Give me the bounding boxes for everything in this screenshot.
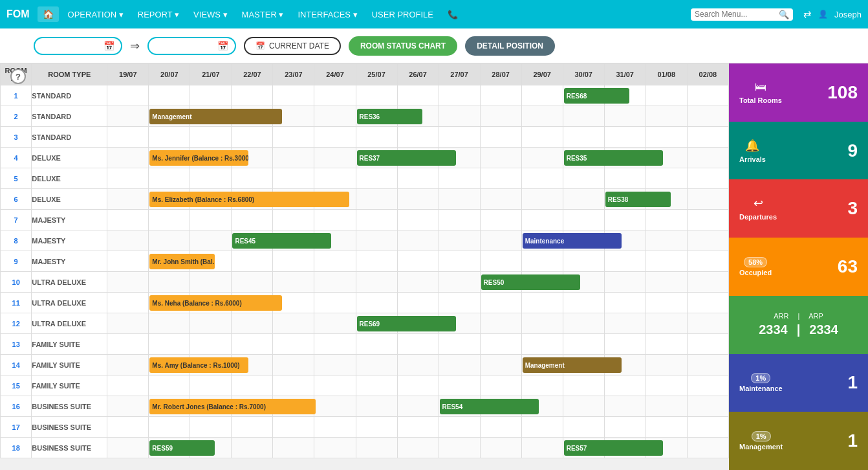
nav-phone-icon[interactable]: 📞: [442, 7, 463, 22]
day-cell: [107, 85, 149, 106]
room-no-cell[interactable]: 18: [1, 438, 32, 458]
day-cell: [563, 396, 604, 417]
date-from-input[interactable]: 2018-07-19: [41, 41, 100, 50]
day-cell: [356, 272, 397, 293]
nav-right: ⇄ 👤 Joseph: [803, 8, 862, 20]
reservation-bar[interactable]: Ms. Amy (Balance : Rs.1000): [149, 357, 248, 373]
nav-report[interactable]: REPORT ▾: [133, 7, 184, 22]
reservation-bar[interactable]: Ms. Jennifer (Balance : Rs.3000): [149, 150, 248, 166]
reservation-bar[interactable]: RES50: [481, 274, 580, 290]
room-no-cell[interactable]: 3: [1, 127, 32, 148]
day-cell: [190, 334, 232, 355]
reservation-bar[interactable]: Ms. Elizabeth (Balance : Rs.6800): [149, 192, 349, 207]
day-cell: [273, 438, 314, 458]
reservation-bar[interactable]: Mr. John Smith (Bal...: [149, 254, 215, 269]
room-no-cell[interactable]: 9: [1, 251, 32, 272]
table-row: 14FAMILY SUITEMs. Amy (Balance : Rs.1000…: [1, 355, 729, 375]
day-cell: [521, 168, 563, 189]
reservation-bar[interactable]: RES38: [605, 192, 671, 207]
day-cell: [563, 251, 604, 272]
day-cell: [480, 438, 521, 458]
stat-maintenance: 1% Maintenance 1: [729, 354, 868, 412]
room-no-cell[interactable]: 14: [1, 355, 32, 375]
day-cell: [149, 230, 190, 251]
navbar: FOM 🏠 OPERATION ▾ REPORT ▾ VIEWS ▾ MASTE…: [0, 0, 868, 28]
search-icon[interactable]: 🔍: [779, 10, 789, 19]
table-row: 16BUSINESS SUITEMr. Robert Jones (Balanc…: [1, 396, 729, 417]
reservation-bar[interactable]: RES45: [232, 233, 331, 249]
reservation-bar[interactable]: RES54: [440, 399, 539, 414]
day-cell: [232, 334, 273, 355]
room-no-cell[interactable]: 5: [1, 168, 32, 189]
nav-user-profile[interactable]: USER PROFILE: [367, 7, 439, 22]
username-label: Joseph: [834, 10, 862, 19]
day-cell: [521, 210, 563, 230]
occupied-label: Occupied: [739, 269, 772, 276]
room-no-cell[interactable]: 8: [1, 230, 32, 251]
maintenance-value: 1: [847, 372, 858, 393]
col-room-type: ROOM TYPE: [32, 64, 107, 85]
table-row: 12ULTRA DELUXERES69: [1, 313, 729, 334]
day-cell: [480, 230, 521, 251]
room-no-cell[interactable]: 11: [1, 293, 32, 313]
day-cell: [314, 313, 356, 334]
reservation-bar[interactable]: RES69: [357, 316, 456, 331]
calendar-to-icon[interactable]: 📅: [217, 41, 228, 51]
current-date-button[interactable]: 📅 CURRENT DATE: [244, 37, 341, 55]
day-cell: [604, 334, 646, 355]
room-no-cell[interactable]: 15: [1, 375, 32, 396]
reservation-bar[interactable]: RES36: [357, 109, 422, 124]
day-cell: RES68: [563, 85, 604, 106]
help-icon[interactable]: ?: [10, 69, 26, 84]
day-cell: [107, 396, 149, 417]
nav-operation[interactable]: OPERATION ▾: [63, 7, 129, 22]
day-cell: [397, 417, 439, 438]
home-button[interactable]: 🏠: [38, 6, 59, 22]
reservation-bar[interactable]: RES37: [357, 150, 456, 166]
reservation-bar[interactable]: RES35: [564, 150, 663, 166]
room-no-cell[interactable]: 17: [1, 417, 32, 438]
stat-departures: ↩ Departures 3: [729, 179, 868, 238]
room-no-cell[interactable]: 1: [1, 85, 32, 106]
day-cell: [232, 251, 273, 272]
calendar-from-icon[interactable]: 📅: [103, 41, 114, 51]
day-cell: [149, 375, 190, 396]
reservation-bar[interactable]: Ms. Neha (Balance : Rs.6000): [149, 295, 282, 311]
arrivals-label: Arrivals: [739, 155, 766, 163]
detail-position-button[interactable]: DETAIL POSITION: [465, 36, 555, 56]
col-date-22/07: 22/07: [232, 64, 273, 85]
day-cell: [687, 417, 728, 438]
day-cell: [563, 127, 604, 148]
room-no-cell[interactable]: 10: [1, 272, 32, 293]
reservation-bar[interactable]: Management: [149, 109, 282, 124]
reservation-bar[interactable]: Mr. Robert Jones (Balance : Rs.7000): [149, 399, 316, 414]
day-cell: [314, 148, 356, 168]
nav-master[interactable]: MASTER ▾: [237, 7, 289, 22]
room-no-cell[interactable]: 16: [1, 396, 32, 417]
reservation-bar[interactable]: Management: [523, 357, 622, 373]
room-status-button[interactable]: ROOM STATUS CHART: [349, 36, 457, 56]
nav-interfaces[interactable]: INTERFACES ▾: [292, 7, 362, 22]
room-no-cell[interactable]: 12: [1, 313, 32, 334]
nav-views[interactable]: VIEWS ▾: [188, 7, 233, 22]
col-date-24/07: 24/07: [314, 64, 356, 85]
room-no-cell[interactable]: 4: [1, 148, 32, 168]
search-input[interactable]: [695, 10, 779, 19]
day-cell: [232, 272, 273, 293]
reservation-bar[interactable]: RES68: [564, 88, 629, 104]
room-no-cell[interactable]: 6: [1, 189, 32, 210]
reservation-bar[interactable]: Maintenance: [523, 233, 622, 249]
date-to-input[interactable]: 2018-08-02: [155, 41, 213, 50]
reservation-bar[interactable]: RES59: [149, 440, 215, 456]
table-row: 18BUSINESS SUITERES59RES57: [1, 438, 729, 458]
day-cell: [521, 127, 563, 148]
day-cell: [439, 210, 480, 230]
reservation-bar[interactable]: RES57: [564, 440, 663, 456]
room-no-cell[interactable]: 13: [1, 334, 32, 355]
day-cell: [273, 417, 314, 438]
day-cell: [480, 375, 521, 396]
room-type-cell: DELUXE: [32, 168, 107, 189]
room-type-cell: STANDARD: [32, 106, 107, 127]
room-no-cell[interactable]: 2: [1, 106, 32, 127]
room-no-cell[interactable]: 7: [1, 210, 32, 230]
